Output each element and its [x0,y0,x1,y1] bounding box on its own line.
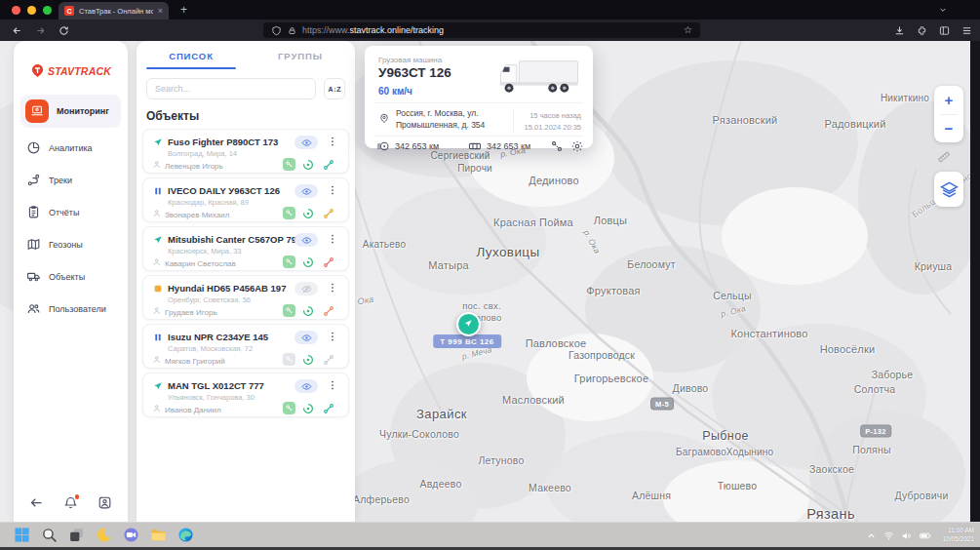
menu-icon[interactable] [961,25,972,36]
new-tab-button[interactable]: + [180,1,187,19]
signal-status-icon[interactable] [302,159,314,171]
sidebar-item-users[interactable]: Пользователи [20,296,121,321]
map-place-label: Луховицы [476,245,539,259]
ignition-key-icon[interactable] [283,353,295,366]
signal-status-icon[interactable] [302,208,314,219]
connection-route-icon[interactable] [323,403,334,414]
browser-tab[interactable]: С СтавТрак - Онлайн мониторин... × [59,2,169,20]
logo-pin-icon [30,62,45,79]
sort-az-button[interactable]: A↕Z [324,78,345,99]
sidebar-item-tracks[interactable]: Треки [20,168,121,192]
window-minimize-button[interactable] [27,6,36,15]
zoom-in-button[interactable]: + [934,86,963,114]
map-layers-button[interactable] [934,172,963,207]
sidebar-item-monitoring[interactable]: Мониторинг [20,95,121,128]
sidebar-item-geozones[interactable]: Геозоны [20,232,121,256]
ignition-key-icon[interactable] [283,402,295,414]
search-input[interactable] [146,78,316,99]
gear-icon[interactable] [570,139,584,153]
visibility-eye-button[interactable] [294,136,318,149]
search-icon[interactable] [41,527,58,543]
vehicle-card[interactable]: MAN TGL Х012СТ 777 Ульяновск, Гончарова,… [142,373,349,417]
kebab-menu-icon[interactable] [327,331,338,343]
bookmark-star-icon[interactable]: ☆ [684,25,692,35]
kebab-menu-icon[interactable] [327,233,338,246]
sidebar-toggle-icon[interactable] [939,25,950,36]
tray-chevron-icon[interactable] [866,530,877,541]
vehicle-card[interactable]: Isuzu NPR С234УЕ 145 Саратов, Московская… [142,324,349,369]
layers-icon [940,180,959,199]
chat-app-icon[interactable] [123,527,139,543]
back-button[interactable] [12,25,22,36]
extensions-icon[interactable] [917,25,927,36]
vehicle-card[interactable]: Hyundai HD65 Р456АВ 197 Оренбург, Советс… [142,275,349,320]
route-settings-icon[interactable] [550,139,564,153]
vehicle-address: Ульяновск, Гончарова, 30 [168,393,255,402]
connection-route-icon[interactable] [323,305,334,317]
vehicle-card[interactable]: Mitsubishi Canter С567ОР 790 Красноярск,… [142,226,349,271]
connection-route-icon[interactable] [323,256,334,268]
url-bar[interactable]: https://www.stavtrack.online/tracking ☆ [263,22,700,38]
forward-button[interactable] [35,25,46,36]
system-tray: 11:00 AM 10/05/2021 [866,523,974,548]
battery-icon[interactable] [919,530,932,541]
vehicle-marker-label[interactable]: Т 999 ВС 126 [433,334,501,348]
edge-browser-icon[interactable] [177,527,194,543]
driver-name: Мягков Григорий [165,357,225,366]
window-close-button[interactable] [12,6,20,15]
signal-status-icon[interactable] [302,354,314,366]
tab-list-chevron-icon[interactable] [939,6,947,14]
window-controls[interactable] [12,6,52,15]
ignition-key-icon[interactable] [283,207,295,219]
visibility-eye-button[interactable] [294,379,318,393]
map-place-label: Акатьево [363,239,406,250]
connection-route-icon[interactable] [323,208,334,219]
taskbar-clock[interactable]: 11:00 AM 10/05/2021 [942,527,974,544]
connection-route-icon[interactable] [323,354,334,366]
visibility-eye-button[interactable] [294,331,318,344]
ignition-key-icon[interactable] [283,158,295,171]
ignition-key-icon[interactable] [283,255,295,268]
visibility-eye-button[interactable] [294,233,318,247]
vehicle-marker[interactable] [456,312,481,336]
sidebar-item-objects[interactable]: Объекты [20,264,121,289]
zoom-out-button[interactable]: − [934,115,963,143]
task-view-icon[interactable] [68,527,85,543]
vehicle-card[interactable]: IVECO DAILY У963СТ 126 Краснодар, Красна… [142,177,349,222]
ignition-key-icon[interactable] [283,304,295,317]
visibility-eye-button[interactable] [294,282,318,295]
sidebar-item-analytics[interactable]: Аналитика [20,136,121,160]
account-icon[interactable] [98,495,112,510]
file-explorer-icon[interactable] [150,527,167,543]
url-text[interactable]: https://www.stavtrack.online/tracking [302,25,444,35]
vehicle-popup-card[interactable]: Грузовая машина У963СТ 126 60 км/ч Росси… [365,46,593,148]
reload-button[interactable] [59,25,69,36]
kebab-menu-icon[interactable] [327,136,338,148]
window-maximize-button[interactable] [43,6,52,15]
ruler-icon[interactable] [937,150,951,164]
connection-route-icon[interactable] [323,159,334,171]
moon-app-icon[interactable] [96,527,112,543]
signal-status-icon[interactable] [302,256,314,268]
tab-close-icon[interactable]: × [158,7,163,16]
volume-icon[interactable] [901,530,912,541]
sidebar-item-reports[interactable]: Отчёты [20,200,121,224]
kebab-menu-icon[interactable] [327,282,338,295]
start-button[interactable] [14,527,30,543]
signal-status-icon[interactable] [302,403,314,414]
shield-icon[interactable] [271,25,282,36]
map-place-label: Радовицкий [824,118,885,130]
kebab-menu-icon[interactable] [327,184,338,197]
tab-title: СтавТрак - Онлайн мониторин... [79,7,153,16]
downloads-icon[interactable] [894,25,905,36]
vehicle-card[interactable]: Fuso Fighter Р890СТ 173 Волгоград, Мира,… [142,129,349,174]
kebab-menu-icon[interactable] [327,379,338,392]
signal-status-icon[interactable] [302,305,314,317]
window-edge-strip [970,41,980,522]
wifi-icon[interactable] [883,530,894,541]
collapse-back-icon[interactable] [29,495,44,510]
visibility-eye-button[interactable] [294,184,318,198]
tab-list[interactable]: СПИСОК [137,43,246,68]
tab-groups[interactable]: ГРУППЫ [246,43,355,68]
notifications-bell-icon[interactable] [63,495,78,510]
